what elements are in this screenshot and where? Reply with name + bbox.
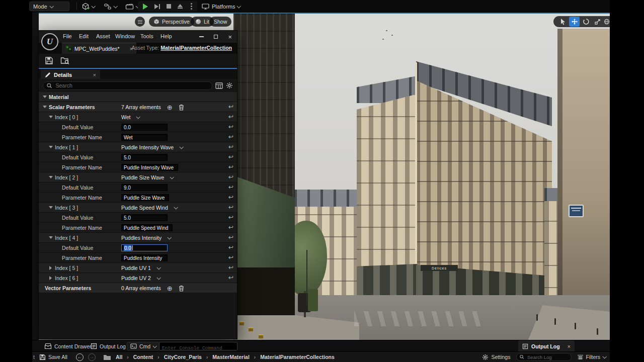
add-actor-button[interactable] [82, 2, 95, 11]
platforms-dropdown[interactable]: Platforms [201, 2, 240, 11]
param-index-row[interactable]: Index [ 2 ] Puddle Size Wave ↩ [39, 172, 237, 183]
scalar-parameters-row[interactable]: Scalar Parameters 7 Array elements ⊕ ↩ [39, 102, 237, 112]
details-search[interactable] [43, 81, 212, 90]
breadcrumb-item[interactable]: Content [133, 354, 153, 360]
viewport-options-button[interactable] [135, 17, 145, 27]
default-value-field[interactable]: 5.0 [121, 214, 168, 221]
chevron-down-icon[interactable] [170, 175, 174, 179]
collapse-arrow-icon[interactable] [43, 106, 47, 108]
reset-icon[interactable]: ↩ [228, 244, 233, 251]
forward-button[interactable]: → [88, 353, 96, 361]
reset-icon[interactable]: ↩ [228, 204, 233, 211]
frame-skip-icon[interactable] [154, 4, 160, 9]
maximize-icon[interactable] [214, 35, 218, 39]
output-log-tab[interactable]: Output Log × [518, 340, 575, 352]
chevron-down-icon[interactable] [174, 205, 178, 209]
browse-to-asset-icon[interactable] [60, 56, 70, 65]
filters-dropdown[interactable]: Filters [578, 353, 606, 361]
cinematics-button[interactable] [125, 2, 139, 11]
chevron-down-icon[interactable] [167, 235, 171, 239]
collapse-arrow-icon[interactable] [43, 96, 47, 98]
move-tool-button[interactable] [569, 17, 580, 27]
menu-window[interactable]: Window [115, 33, 135, 39]
select-tool-button[interactable] [557, 17, 568, 27]
cmd-dropdown[interactable]: Cmd [127, 342, 159, 350]
parameter-name-field[interactable]: Puddles Intensity [121, 254, 168, 261]
default-value-field-focused[interactable]: 0.0 [121, 244, 168, 251]
world-space-button[interactable] [604, 17, 610, 27]
expand-arrow-icon[interactable] [49, 266, 52, 270]
mode-dropdown[interactable]: Mode [29, 2, 69, 11]
asset-type-value[interactable]: MaterialParameterCollection [160, 45, 232, 51]
eject-icon[interactable] [178, 4, 183, 9]
reset-icon[interactable]: ↩ [228, 194, 233, 201]
stop-icon[interactable] [167, 4, 171, 9]
collapse-arrow-icon[interactable] [49, 206, 53, 209]
collapse-arrow-icon[interactable] [49, 146, 53, 148]
reset-icon[interactable]: ↩ [228, 184, 233, 191]
reset-icon[interactable]: ↩ [228, 274, 233, 281]
save-all-button[interactable]: Save All [39, 353, 67, 361]
scale-tool-button[interactable] [592, 17, 603, 27]
collapse-arrow-icon[interactable] [49, 116, 53, 118]
add-element-icon[interactable]: ⊕ [167, 285, 173, 292]
reset-icon[interactable]: ↩ [228, 113, 233, 120]
play-options-icon[interactable] [191, 6, 192, 7]
output-log-button[interactable]: Output Log [91, 342, 126, 350]
show-dropdown[interactable]: Show [209, 17, 231, 27]
folder-icon[interactable] [103, 354, 111, 360]
collapse-arrow-icon[interactable] [49, 236, 53, 239]
breadcrumb-item[interactable]: MaterialParameterCollections [260, 354, 335, 360]
chevron-down-icon[interactable] [156, 276, 160, 280]
reset-icon[interactable]: ↩ [228, 153, 233, 160]
perspective-dropdown[interactable]: Perspective [149, 17, 194, 27]
reset-icon[interactable]: ↩ [228, 123, 233, 130]
reset-icon[interactable]: ↩ [228, 264, 233, 271]
reset-icon[interactable]: ↩ [228, 173, 233, 180]
breadcrumb-item[interactable]: CityCore_Paris [164, 354, 202, 360]
reset-icon[interactable]: ↩ [228, 214, 233, 221]
reset-icon[interactable]: ↩ [228, 224, 233, 231]
trash-icon[interactable] [179, 104, 184, 111]
content-drawer-button[interactable]: Content Drawer [44, 342, 92, 350]
minimize-icon[interactable] [199, 36, 204, 37]
breadcrumb-item[interactable]: MasterMaterial [212, 354, 250, 360]
reset-icon[interactable]: ↩ [228, 133, 233, 140]
menu-tools[interactable]: Tools [140, 33, 153, 39]
param-index-row-collapsed[interactable]: Index [ 6 ] Puddle UV 2 ↩ [39, 273, 237, 283]
parameter-name-field[interactable]: Puddle Size Wave [121, 194, 169, 201]
save-icon[interactable] [45, 56, 53, 65]
blueprints-button[interactable] [104, 2, 117, 11]
chevron-down-icon[interactable] [156, 265, 160, 269]
chevron-down-icon[interactable] [136, 115, 140, 119]
add-element-icon[interactable]: ⊕ [167, 104, 173, 111]
asset-tab[interactable]: MPC_WetPuddles* × [62, 43, 136, 54]
expand-arrow-icon[interactable] [49, 276, 52, 280]
menu-file[interactable]: File [63, 33, 72, 39]
param-index-row-collapsed[interactable]: Index [ 5 ] Puddle UV 1 ↩ [39, 263, 237, 273]
search-log-input[interactable] [526, 354, 568, 360]
console-input[interactable] [159, 344, 237, 352]
default-value-field[interactable]: 9.0 [121, 184, 168, 191]
chevron-down-icon[interactable] [180, 145, 184, 149]
menu-asset[interactable]: Asset [96, 33, 110, 39]
vector-parameters-row[interactable]: Vector Parameters 0 Array elements ⊕ [39, 283, 237, 293]
breadcrumb-item[interactable]: All [116, 354, 122, 360]
play-icon[interactable] [143, 4, 148, 10]
parameter-name-field[interactable]: Wet [121, 134, 168, 141]
search-input[interactable] [54, 82, 208, 89]
gear-icon[interactable] [226, 82, 233, 89]
console-command-field[interactable] [159, 342, 237, 350]
param-index-row[interactable]: Index [ 0 ] Wet ↩ [39, 112, 237, 122]
param-index-row[interactable]: Index [ 4 ] Puddles Intensity ↩ [39, 233, 237, 243]
default-value-field[interactable]: 5.0 [121, 154, 168, 161]
default-value-field[interactable]: 0.0 [121, 124, 168, 131]
reset-icon[interactable]: ↩ [228, 254, 233, 261]
details-tab[interactable]: Details × [41, 70, 100, 80]
search-log-field[interactable] [516, 353, 572, 361]
close-icon[interactable]: × [93, 72, 96, 78]
menu-edit[interactable]: Edit [79, 33, 89, 39]
close-icon[interactable]: × [228, 34, 232, 40]
reset-icon[interactable]: ↩ [228, 234, 233, 241]
trash-icon[interactable] [179, 285, 184, 292]
